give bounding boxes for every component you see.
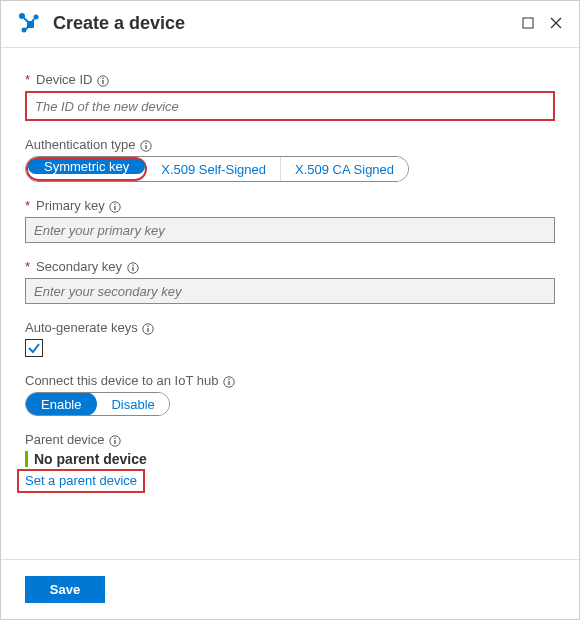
- auth-type-field: Authentication type Symmetric key X.509 …: [25, 137, 555, 182]
- auth-type-toggle: Symmetric key X.509 Self-Signed X.509 CA…: [25, 156, 409, 182]
- parent-device-value-block: No parent device: [25, 451, 555, 467]
- svg-rect-7: [523, 18, 533, 28]
- highlight-marker: Set a parent device: [17, 469, 145, 493]
- device-logo-icon: [17, 11, 41, 35]
- svg-rect-18: [114, 203, 115, 204]
- connect-option-enable[interactable]: Enable: [25, 392, 97, 416]
- svg-point-1: [34, 15, 39, 20]
- panel-title: Create a device: [53, 13, 507, 34]
- svg-rect-29: [114, 440, 115, 444]
- info-icon[interactable]: [142, 322, 155, 335]
- connect-hub-field: Connect this device to an IoT hub Enable…: [25, 373, 555, 416]
- connect-option-disable[interactable]: Disable: [97, 393, 168, 415]
- svg-rect-20: [132, 267, 133, 271]
- auth-option-symmetric[interactable]: Symmetric key: [28, 159, 145, 174]
- auto-generate-label: Auto-generate keys: [25, 320, 555, 335]
- svg-rect-23: [148, 328, 149, 332]
- primary-key-field: * Primary key: [25, 198, 555, 243]
- maximize-button[interactable]: [521, 16, 535, 30]
- secondary-key-field: * Secondary key: [25, 259, 555, 304]
- primary-key-input[interactable]: [25, 217, 555, 243]
- svg-line-4: [24, 18, 28, 22]
- info-icon[interactable]: [126, 261, 139, 274]
- footer: Save: [1, 559, 579, 619]
- connect-hub-label: Connect this device to an IoT hub: [25, 373, 555, 388]
- close-button[interactable]: [549, 16, 563, 30]
- secondary-key-label: * Secondary key: [25, 259, 555, 274]
- auto-generate-checkbox[interactable]: [25, 339, 43, 357]
- save-button[interactable]: Save: [25, 576, 105, 603]
- device-id-field: * Device ID: [25, 72, 555, 121]
- info-icon[interactable]: [109, 200, 122, 213]
- svg-line-6: [26, 27, 28, 29]
- auth-type-label: Authentication type: [25, 137, 555, 152]
- set-parent-device-link[interactable]: Set a parent device: [25, 473, 137, 488]
- device-id-input[interactable]: [25, 91, 555, 121]
- svg-rect-11: [102, 80, 103, 84]
- svg-rect-26: [228, 381, 229, 385]
- svg-rect-15: [145, 142, 146, 143]
- form-content: * Device ID Authentication type Symmetri…: [1, 48, 579, 519]
- secondary-key-input[interactable]: [25, 278, 555, 304]
- svg-rect-30: [114, 437, 115, 438]
- svg-rect-21: [132, 264, 133, 265]
- required-marker: *: [25, 198, 30, 213]
- required-marker: *: [25, 72, 30, 87]
- auth-option-x509-self[interactable]: X.509 Self-Signed: [147, 157, 280, 181]
- info-icon[interactable]: [109, 434, 122, 447]
- info-icon[interactable]: [140, 139, 153, 152]
- info-icon[interactable]: [96, 74, 109, 87]
- svg-rect-24: [148, 325, 149, 326]
- connect-hub-toggle: Enable Disable: [25, 392, 170, 416]
- svg-rect-17: [114, 206, 115, 210]
- header: Create a device: [1, 1, 579, 48]
- svg-rect-12: [102, 77, 103, 78]
- required-marker: *: [25, 259, 30, 274]
- auto-generate-field: Auto-generate keys: [25, 320, 555, 357]
- svg-rect-14: [145, 145, 146, 149]
- info-icon[interactable]: [222, 375, 235, 388]
- svg-rect-27: [228, 378, 229, 379]
- parent-device-value: No parent device: [34, 451, 555, 467]
- parent-device-field: Parent device No parent device Set a par…: [25, 432, 555, 493]
- device-id-label: * Device ID: [25, 72, 555, 87]
- highlight-marker: Symmetric key: [26, 157, 147, 181]
- parent-device-label: Parent device: [25, 432, 555, 447]
- primary-key-label: * Primary key: [25, 198, 555, 213]
- auth-option-x509-ca[interactable]: X.509 CA Signed: [280, 157, 408, 181]
